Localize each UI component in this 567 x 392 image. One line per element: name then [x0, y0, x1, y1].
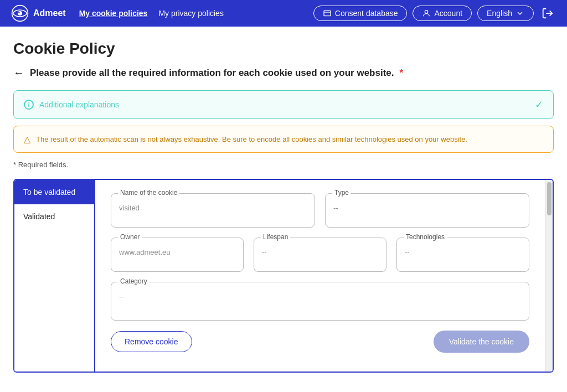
- nav-privacy-policies[interactable]: My privacy policies: [158, 9, 223, 18]
- back-row: ← Please provide all the required inform…: [13, 66, 554, 79]
- brand-eye-icon: [11, 4, 29, 22]
- technologies-field[interactable]: Technologies --: [396, 238, 529, 272]
- brand-logo: Admeet: [11, 4, 66, 22]
- lifespan-label: Lifespan: [261, 233, 290, 241]
- form-row-3: Category --: [111, 282, 529, 321]
- form-row-2: Owner www.admeet.eu Lifespan -- Technolo…: [111, 238, 529, 272]
- info-panel-toggle[interactable]: ✓: [535, 99, 543, 111]
- category-value: --: [119, 292, 521, 301]
- required-marker: *: [400, 68, 404, 79]
- svg-point-1: [18, 11, 22, 16]
- scrollbar-track[interactable]: [545, 180, 553, 372]
- info-panel-left: i Additional explanations: [24, 100, 119, 110]
- scrollbar-thumb[interactable]: [547, 182, 551, 215]
- warning-icon: △: [24, 134, 30, 145]
- owner-field[interactable]: Owner www.admeet.eu: [111, 238, 244, 272]
- page-title: Cookie Policy: [13, 40, 554, 58]
- type-value: --: [333, 204, 521, 212]
- subtitle-text: Please provide all the required informat…: [30, 68, 394, 79]
- info-panel-text: Additional explanations: [39, 100, 119, 109]
- lifespan-value: --: [262, 248, 378, 256]
- chevron-down-icon: [516, 9, 524, 18]
- form-bottom: Remove cookie Validate the cookie: [111, 331, 529, 358]
- technologies-label: Technologies: [404, 233, 447, 241]
- logout-icon: [542, 7, 554, 19]
- form-row-1: Name of the cookie visited Type --: [111, 193, 529, 228]
- remove-cookie-button[interactable]: Remove cookie: [111, 331, 192, 352]
- warning-text: The result of the automatic scan is not …: [36, 135, 467, 143]
- warning-panel: △ The result of the automatic scan is no…: [13, 126, 554, 153]
- language-button[interactable]: English: [477, 6, 534, 21]
- category-label: Category: [118, 277, 150, 285]
- info-icon: i: [24, 100, 34, 110]
- form-area: Name of the cookie visited Type -- Owner…: [94, 180, 545, 372]
- svg-point-2: [18, 12, 19, 13]
- account-button[interactable]: Account: [413, 6, 472, 21]
- consent-database-button[interactable]: Consent database: [313, 6, 408, 21]
- brand-name: Admeet: [33, 8, 66, 18]
- svg-point-5: [425, 11, 428, 13]
- required-note: * Required fields.: [13, 161, 554, 169]
- owner-value: www.admeet.eu: [119, 248, 235, 256]
- name-label: Name of the cookie: [118, 189, 179, 197]
- technologies-value: --: [405, 248, 521, 256]
- name-value: visited: [119, 204, 307, 212]
- svg-rect-3: [324, 11, 331, 16]
- nav-cookie-policies[interactable]: My cookie policies: [79, 9, 148, 18]
- category-field[interactable]: Category --: [111, 282, 529, 321]
- sidebar-item-to-be-validated[interactable]: To be validated: [14, 180, 94, 204]
- consent-db-icon: [323, 9, 332, 18]
- logout-button[interactable]: [539, 5, 556, 22]
- main-nav: My cookie policies My privacy policies: [79, 9, 300, 18]
- sidebar: To be validated Validated: [14, 180, 94, 372]
- lifespan-field[interactable]: Lifespan --: [254, 238, 386, 272]
- owner-label: Owner: [118, 233, 142, 241]
- navbar-right: Consent database Account English: [313, 5, 556, 22]
- type-field[interactable]: Type --: [325, 193, 529, 228]
- sidebar-item-validated[interactable]: Validated: [14, 204, 94, 229]
- back-button[interactable]: ←: [13, 66, 24, 79]
- main-content: Cookie Policy ← Please provide all the r…: [0, 27, 567, 373]
- name-field[interactable]: Name of the cookie visited: [111, 193, 315, 228]
- type-label: Type: [332, 189, 351, 197]
- account-icon: [422, 9, 431, 18]
- content-area: To be validated Validated Name of the co…: [13, 179, 554, 373]
- validate-cookie-button[interactable]: Validate the cookie: [434, 331, 529, 353]
- navbar: Admeet My cookie policies My privacy pol…: [0, 0, 567, 27]
- info-panel[interactable]: i Additional explanations ✓: [13, 90, 554, 119]
